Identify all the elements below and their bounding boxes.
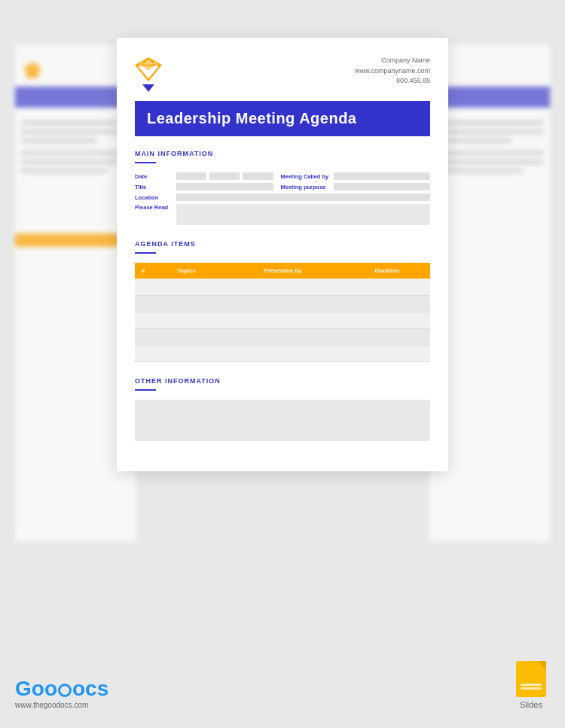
slides-icon-area: Slides <box>516 661 546 709</box>
row3-presenter <box>221 312 344 328</box>
company-info: Company Name www.companyname.com 800.456… <box>355 56 430 87</box>
row1-num <box>135 279 151 295</box>
location-row: Location <box>135 193 430 201</box>
row5-duration <box>344 345 430 361</box>
meeting-purpose-field <box>334 183 431 190</box>
agenda-items-section: AGENDA ITEMS # Topics Presented by Durat… <box>135 240 430 362</box>
other-info-label: OTHER INFORMATION <box>135 377 430 385</box>
goodocs-logo: Gooocs <box>15 678 108 699</box>
please-read-row: Please Read <box>135 204 430 225</box>
slides-line-1 <box>521 684 542 686</box>
col-duration: Duration <box>344 263 430 279</box>
goodocs-url: www.thegoodocs.com <box>15 701 108 709</box>
row4-presenter <box>221 328 344 345</box>
slides-doc-icon <box>516 661 546 697</box>
table-row <box>135 345 430 361</box>
please-read-field <box>176 204 430 225</box>
date-field-1 <box>176 172 206 180</box>
title-row: Title Meeting purpose <box>135 183 430 190</box>
row3-topic <box>151 312 221 328</box>
col-topics: Topics <box>151 263 221 279</box>
main-info-label: MAIN INFORMATION <box>135 150 430 157</box>
meeting-called-by-field <box>334 172 431 180</box>
row2-num <box>135 295 151 312</box>
table-row <box>135 312 430 328</box>
document-title: Leadership Meeting Agenda <box>147 110 418 127</box>
location-field <box>176 193 430 201</box>
table-row <box>135 295 430 312</box>
agenda-table: # Topics Presented by Duration <box>135 263 430 362</box>
other-info-field <box>135 400 430 441</box>
goodocs-branding: Gooocs www.thegoodocs.com <box>15 678 108 709</box>
row4-duration <box>344 328 430 345</box>
slides-line-2 <box>521 687 542 690</box>
meeting-purpose-label: Meeting purpose <box>281 184 334 190</box>
date-label: Date <box>135 173 176 180</box>
row5-num <box>135 345 151 361</box>
row5-topic <box>151 345 221 361</box>
agenda-items-label: AGENDA ITEMS <box>135 240 430 248</box>
row4-topic <box>151 328 221 345</box>
row3-duration <box>344 312 430 328</box>
other-info-underline <box>135 389 156 391</box>
doc-header: Company Name www.companyname.com 800.456… <box>135 56 430 92</box>
row2-presenter <box>221 295 344 312</box>
agenda-underline <box>135 252 156 254</box>
agenda-table-body <box>135 279 430 361</box>
row1-topic <box>151 279 221 295</box>
company-name: Company Name <box>355 56 430 66</box>
goodocs-d-circle <box>58 684 72 697</box>
main-info-underline <box>135 162 156 163</box>
row4-num <box>135 328 151 345</box>
agenda-header-row: # Topics Presented by Duration <box>135 263 430 279</box>
diamond-icon <box>135 56 162 83</box>
table-row <box>135 328 430 345</box>
goodocs-goo: Goo <box>15 677 57 700</box>
meeting-called-by-label: Meeting Called by <box>281 173 334 180</box>
date-field-3 <box>243 172 273 180</box>
please-read-label: Please Read <box>135 204 176 211</box>
row2-duration <box>344 295 430 312</box>
row3-num <box>135 312 151 328</box>
location-label: Location <box>135 194 176 201</box>
col-presenter: Presented by <box>221 263 344 279</box>
title-label: Title <box>135 184 176 190</box>
table-row <box>135 279 430 295</box>
row5-presenter <box>221 345 344 361</box>
logo-area <box>135 56 162 92</box>
row1-duration <box>344 279 430 295</box>
date-field-2 <box>209 172 240 180</box>
goodocs-ocs: ocs <box>72 677 108 700</box>
company-website: www.companyname.com <box>355 66 430 77</box>
col-num: # <box>135 263 151 279</box>
row2-topic <box>151 295 221 312</box>
company-phone: 800.456.89 <box>355 76 430 87</box>
date-row: Date Meeting Called by <box>135 172 430 180</box>
row1-presenter <box>221 279 344 295</box>
agenda-table-header: # Topics Presented by Duration <box>135 263 430 279</box>
main-information-section: MAIN INFORMATION Date Meeting Called by … <box>135 150 430 225</box>
slides-label: Slides <box>520 700 542 709</box>
slides-doc-lines <box>521 684 542 691</box>
arrow-down-icon <box>142 84 154 92</box>
other-information-section: OTHER INFORMATION <box>135 377 430 441</box>
date-fields <box>176 172 273 180</box>
main-document: Company Name www.companyname.com 800.456… <box>117 38 448 471</box>
title-field <box>176 183 273 190</box>
title-bar: Leadership Meeting Agenda <box>135 101 430 136</box>
